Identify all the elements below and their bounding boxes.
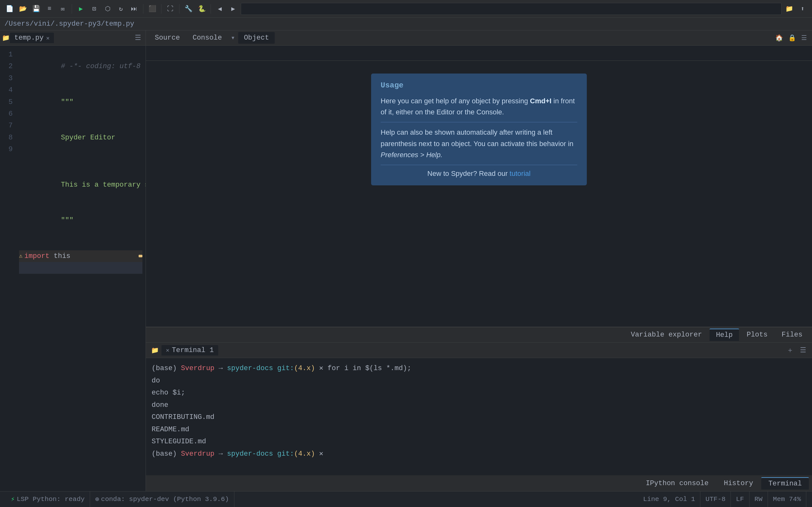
debug-icon[interactable]: ⬡ bbox=[102, 3, 113, 14]
editor-folder-icon[interactable]: 📁 bbox=[2, 34, 10, 42]
toolbar-sep-1 bbox=[72, 4, 72, 14]
nav-back-icon[interactable]: ◀ bbox=[214, 3, 225, 14]
term-tab-close-x[interactable]: ✕ bbox=[166, 347, 169, 354]
status-mem: Mem 74% bbox=[768, 492, 806, 507]
tab-history[interactable]: History bbox=[717, 477, 760, 489]
terminal-line-3: echo $i; bbox=[152, 387, 806, 399]
tab-console[interactable]: Console bbox=[187, 32, 227, 44]
main-area: 📁 temp.py ✕ ☰ 1 2 3 4 5 6 7 8 9 bbox=[0, 31, 812, 491]
usage-para-1: Here you can get help of any object by p… bbox=[380, 95, 577, 118]
terminal-menu-icon[interactable]: ☰ bbox=[797, 345, 809, 356]
object-input-bar bbox=[146, 46, 812, 61]
help-content: Usage Here you can get help of any objec… bbox=[146, 61, 812, 327]
bottom-panel-tabs: IPython console History Terminal bbox=[146, 475, 812, 491]
python-icon[interactable]: 🐍 bbox=[196, 3, 207, 14]
status-bar: ⚡ LSP Python: ready ⊕ conda: spyder-dev … bbox=[0, 491, 812, 507]
email-icon[interactable]: ✉ bbox=[57, 3, 68, 14]
tab-source[interactable]: Source bbox=[149, 32, 186, 44]
code-line-2: """ bbox=[19, 84, 142, 120]
usage-title: Usage bbox=[380, 81, 577, 90]
right-panel: Source Console ▾ Object 🏠 🔒 ☰ Usage bbox=[146, 31, 812, 491]
help-home-icon[interactable]: 🏠 bbox=[773, 33, 785, 43]
line-num-9: 9 bbox=[0, 144, 13, 155]
breakpoint-icon[interactable]: ⬛ bbox=[147, 3, 158, 14]
line-num-6: 6 bbox=[0, 108, 13, 120]
tab-object[interactable]: Object bbox=[238, 32, 275, 44]
refresh-icon[interactable]: ↻ bbox=[115, 3, 126, 14]
run-icon[interactable]: ▶ bbox=[75, 3, 87, 14]
usage-box: Usage Here you can get help of any objec… bbox=[371, 73, 587, 185]
code-area: 1 2 3 4 5 6 7 8 9 # -*- coding: utf-8 -*… bbox=[0, 46, 146, 491]
terminal-line-5: CONTRIBUTING.md bbox=[152, 411, 806, 424]
editor-tab-close[interactable]: ✕ bbox=[46, 35, 49, 42]
status-lsp-text: LSP Python: ready bbox=[17, 496, 85, 503]
browse-folder-icon[interactable]: 📁 bbox=[783, 3, 795, 14]
code-line-1: # -*- coding: utf-8 -*- bbox=[19, 49, 142, 84]
browse-tabs-icon[interactable]: ≡ bbox=[44, 3, 55, 14]
code-line-9 bbox=[19, 262, 142, 274]
settings-icon[interactable]: 🔧 bbox=[183, 3, 194, 14]
terminal-line-4: done bbox=[152, 399, 806, 412]
usage-para-2: Help can also be shown automatically aft… bbox=[380, 127, 577, 160]
open-file-icon[interactable]: 📂 bbox=[17, 3, 29, 14]
help-tabs: Source Console ▾ Object 🏠 🔒 ☰ bbox=[146, 31, 812, 46]
usage-footer: New to Spyder? Read our tutorial bbox=[380, 170, 577, 178]
status-eol: LF bbox=[731, 492, 749, 507]
editor-tab-menu-icon[interactable]: ☰ bbox=[132, 32, 144, 43]
tab-files[interactable]: Files bbox=[775, 329, 809, 341]
tutorial-link[interactable]: tutorial bbox=[510, 170, 531, 177]
toolbar-sep-2 bbox=[143, 4, 143, 14]
save-file-icon[interactable]: 💾 bbox=[31, 3, 42, 14]
usage-divider bbox=[380, 122, 577, 122]
warning-icon: ⚠ bbox=[19, 251, 22, 261]
terminal-tab-label: Terminal 1 bbox=[172, 346, 214, 354]
terminal-folder-icon[interactable]: 📁 bbox=[148, 346, 161, 354]
status-position: Line 9, Col 1 bbox=[638, 492, 701, 507]
status-position-text: Line 9, Col 1 bbox=[643, 496, 695, 503]
tab-terminal[interactable]: Terminal bbox=[761, 477, 809, 490]
status-lsp: ⚡ LSP Python: ready bbox=[6, 492, 90, 507]
editor-tab-temp-py[interactable]: temp.py ✕ bbox=[10, 33, 54, 43]
run-cell-icon[interactable]: ⊡ bbox=[89, 3, 100, 14]
code-line-6: """ bbox=[19, 203, 142, 238]
editor-tab-label: temp.py bbox=[14, 34, 44, 42]
tab-help[interactable]: Help bbox=[710, 329, 739, 341]
terminal-panel: 📁 ✕ Terminal 1 ＋ ☰ (base) Sverdrup → spy… bbox=[146, 342, 812, 475]
status-conda-icon: ⊕ bbox=[95, 495, 99, 503]
line-num-4: 4 bbox=[0, 84, 13, 96]
terminal-tab-1[interactable]: ✕ Terminal 1 bbox=[161, 345, 218, 355]
code-editor[interactable]: # -*- coding: utf-8 -*- """ Spyder Edito… bbox=[16, 46, 146, 491]
line-num-1: 1 bbox=[0, 49, 13, 60]
help-lock-icon[interactable]: 🔒 bbox=[786, 33, 798, 43]
status-rw: RW bbox=[750, 492, 768, 507]
nav-forward-icon[interactable]: ▶ bbox=[227, 3, 239, 14]
breadcrumb: /Users/vini/.spyder-py3/temp.py bbox=[0, 18, 812, 31]
tab-variable-explorer[interactable]: Variable explorer bbox=[624, 329, 708, 341]
breadcrumb-path: /Users/vini/.spyder-py3/temp.py bbox=[4, 20, 134, 28]
status-eol-text: LF bbox=[736, 496, 744, 503]
code-line-4 bbox=[19, 156, 142, 167]
help-panel: Source Console ▾ Object 🏠 🔒 ☰ Usage bbox=[146, 31, 812, 327]
line-num-5: 5 bbox=[0, 96, 13, 108]
path-input[interactable]: /Users/vini bbox=[241, 3, 781, 15]
maximize-icon[interactable]: ⛶ bbox=[165, 3, 176, 14]
toolbar-sep-5 bbox=[211, 4, 211, 14]
status-conda: ⊕ conda: spyder-dev (Python 3.9.6) bbox=[90, 492, 235, 507]
new-file-icon[interactable]: 📄 bbox=[4, 3, 15, 14]
terminal-add-button[interactable]: ＋ bbox=[783, 344, 797, 356]
right-bottom-tabs: Variable explorer Help Plots Files bbox=[146, 327, 812, 342]
skip-icon[interactable]: ⏭ bbox=[129, 3, 140, 14]
console-dropdown-icon[interactable]: ▾ bbox=[229, 32, 237, 44]
main-toolbar: 📄 📂 💾 ≡ ✉ ▶ ⊡ ⬡ ↻ ⏭ ⬛ ⛶ 🔧 🐍 ◀ ▶ /Users/v… bbox=[0, 0, 812, 18]
help-menu-icon[interactable]: ☰ bbox=[799, 33, 809, 43]
terminal-content[interactable]: (base) Sverdrup → spyder-docs git:(4.x) … bbox=[146, 358, 812, 475]
terminal-line-7: STYLEGUIDE.md bbox=[152, 436, 806, 448]
editor-panel: 📁 temp.py ✕ ☰ 1 2 3 4 5 6 7 8 9 bbox=[0, 31, 146, 491]
code-line-7 bbox=[19, 238, 142, 250]
nav-up-icon[interactable]: ⬆ bbox=[797, 3, 808, 14]
object-search-input[interactable] bbox=[146, 49, 812, 57]
tab-ipython-console[interactable]: IPython console bbox=[639, 477, 716, 489]
tab-plots[interactable]: Plots bbox=[740, 329, 774, 341]
terminal-line-8: (base) Sverdrup → spyder-docs git:(4.x) … bbox=[152, 448, 806, 460]
line-num-2: 2 bbox=[0, 60, 13, 72]
